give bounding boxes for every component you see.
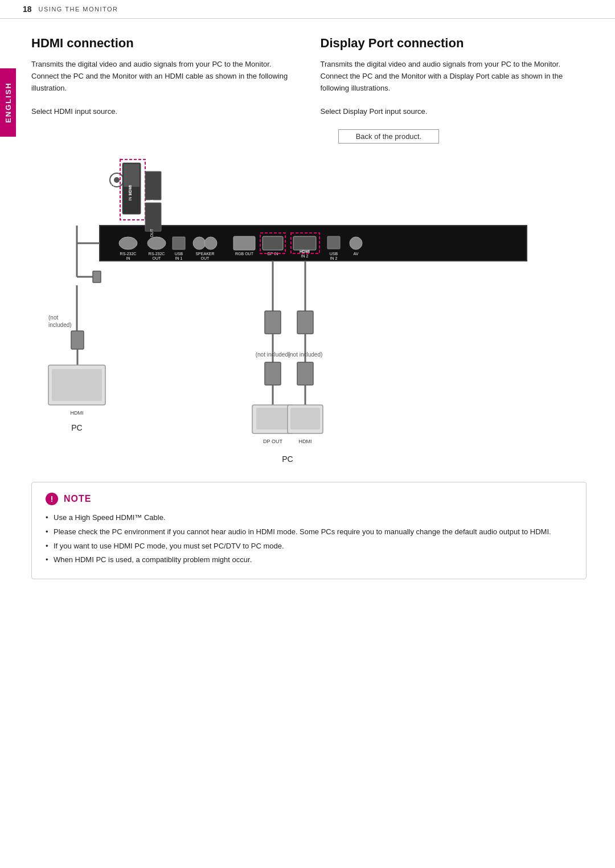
svg-text:IN 1: IN 1 — [128, 193, 132, 200]
page-number: 18 — [23, 5, 32, 14]
svg-text:(not: (not — [48, 314, 58, 321]
hdmi-title: HDMI connection — [31, 36, 298, 51]
svg-text:AV: AV — [354, 252, 359, 256]
note-header: ! NOTE — [46, 493, 572, 505]
svg-rect-51 — [297, 311, 313, 334]
back-of-product-label: Back of the product. — [338, 129, 440, 144]
main-content: HDMI connection Transmits the digital vi… — [0, 19, 615, 596]
svg-text:IN 2: IN 2 — [330, 256, 338, 260]
svg-rect-29 — [263, 236, 283, 250]
svg-point-24 — [204, 237, 217, 249]
svg-text:OUT: OUT — [201, 256, 210, 260]
note-list: Use a High Speed HDMI™ Cable. Please che… — [46, 512, 572, 566]
connection-diagram: AUDIO OUT HDMI IN 1 DVI IN DVI OUT RS-23… — [31, 152, 589, 470]
svg-text:IN 1: IN 1 — [175, 256, 183, 260]
svg-rect-12 — [145, 203, 161, 231]
svg-text:SPEAKER: SPEAKER — [195, 252, 214, 256]
svg-text:IN 2: IN 2 — [301, 254, 309, 258]
svg-text:HDMI: HDMI — [300, 249, 310, 253]
svg-rect-66 — [71, 331, 84, 349]
note-item-3: If you want to use HDMI PC mode, you mus… — [46, 541, 572, 552]
svg-text:RS-232C: RS-232C — [149, 252, 165, 256]
svg-rect-56 — [290, 408, 320, 429]
svg-point-2 — [114, 177, 120, 183]
hdmi-body: Transmits the digital video and audio si… — [31, 59, 298, 118]
svg-rect-53 — [297, 362, 313, 385]
note-icon: ! — [46, 493, 58, 505]
svg-text:HDMI: HDMI — [71, 410, 84, 416]
svg-text:RGB OUT: RGB OUT — [235, 252, 254, 256]
page-header: 18 USING THE MONITOR — [0, 0, 615, 19]
svg-rect-64 — [93, 271, 101, 282]
svg-text:IN: IN — [126, 256, 130, 260]
svg-rect-32 — [293, 236, 316, 250]
svg-text:USB: USB — [330, 252, 338, 256]
dp-body: Transmits the digital video and audio si… — [321, 59, 587, 118]
svg-text:RS-232C: RS-232C — [120, 252, 137, 256]
svg-text:OUT: OUT — [110, 193, 114, 202]
svg-text:(not included): (not included) — [256, 351, 290, 358]
svg-rect-27 — [233, 236, 255, 250]
english-tab: ENGLISH — [0, 68, 16, 137]
note-title: NOTE — [64, 494, 91, 504]
svg-text:(not included): (not included) — [288, 351, 323, 358]
svg-rect-4 — [124, 164, 140, 187]
svg-rect-42 — [265, 311, 281, 334]
hdmi-section: HDMI connection Transmits the digital vi… — [31, 36, 298, 118]
svg-rect-36 — [327, 236, 340, 249]
dp-title: Display Port connection — [321, 36, 587, 51]
note-item-2: Please check the PC environment if you c… — [46, 526, 572, 538]
diagram-area: Back of the product. AUDIO OUT HDMI IN 1… — [31, 129, 587, 470]
svg-rect-44 — [265, 362, 281, 385]
svg-point-23 — [193, 237, 206, 249]
svg-rect-69 — [52, 369, 102, 401]
svg-rect-47 — [256, 408, 289, 429]
two-column-layout: HDMI connection Transmits the digital vi… — [31, 36, 587, 118]
svg-point-14 — [119, 237, 137, 249]
svg-text:PC: PC — [71, 423, 82, 432]
display-port-section: Display Port connection Transmits the di… — [321, 36, 587, 118]
svg-text:included): included) — [48, 322, 72, 328]
svg-text:USB: USB — [175, 252, 183, 256]
svg-text:HDMI: HDMI — [299, 439, 312, 444]
english-tab-label: ENGLISH — [4, 82, 13, 123]
note-item-4: When HDMI PC is used, a compatiblity pro… — [46, 554, 572, 566]
svg-rect-10 — [145, 171, 161, 200]
svg-rect-20 — [173, 237, 185, 249]
svg-point-17 — [147, 237, 166, 249]
svg-text:DP OUT: DP OUT — [263, 439, 282, 444]
note-section: ! NOTE Use a High Speed HDMI™ Cable. Ple… — [31, 482, 587, 579]
note-item-1: Use a High Speed HDMI™ Cable. — [46, 512, 572, 524]
section-title: USING THE MONITOR — [39, 6, 118, 13]
svg-point-39 — [350, 237, 362, 249]
svg-text:PC: PC — [282, 455, 293, 464]
svg-text:OUT: OUT — [153, 256, 162, 260]
